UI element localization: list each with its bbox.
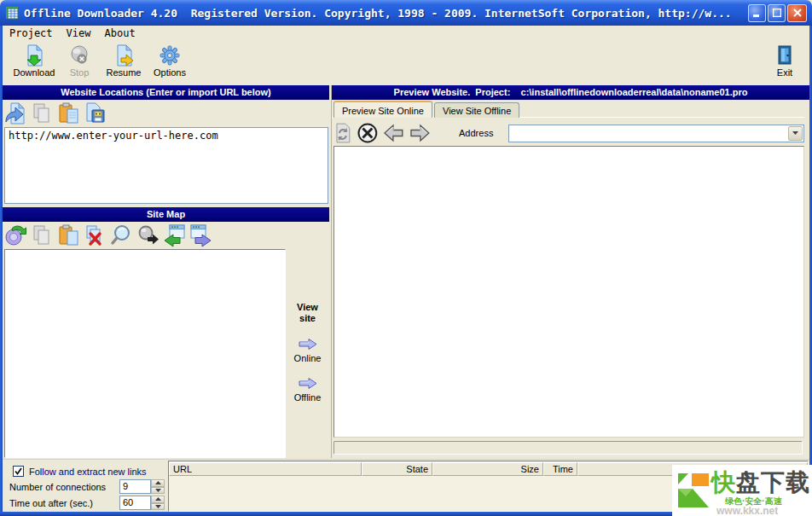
timeout-down-button[interactable] <box>151 503 165 511</box>
zoom-button[interactable] <box>110 223 133 247</box>
resume-icon <box>113 44 135 67</box>
menu-about[interactable]: About <box>97 26 142 40</box>
address-combobox[interactable] <box>508 125 804 142</box>
import-sitemap-button[interactable] <box>163 223 186 247</box>
timeout-up-button[interactable] <box>151 496 165 503</box>
menu-project[interactable]: Project <box>3 26 60 40</box>
view-online-button[interactable] <box>286 338 329 352</box>
view-online-label: Online <box>286 353 329 363</box>
watermark-tagline: 绿色·安全·高速 <box>725 496 782 507</box>
address-dropdown-button[interactable] <box>788 126 803 141</box>
paste-url-button[interactable] <box>57 101 80 125</box>
app-icon <box>6 6 20 20</box>
connections-down-button[interactable] <box>151 487 165 495</box>
arrow-up-icon <box>155 497 161 501</box>
connections-spinner <box>151 479 165 494</box>
arrow-down-icon <box>155 489 161 492</box>
view-online-arrow-icon <box>298 338 318 351</box>
exit-button[interactable]: Exit <box>764 44 805 78</box>
site-map-header: Site Map <box>3 207 329 222</box>
kuaipan-logo-icon <box>677 473 710 508</box>
timeout-spinner <box>151 496 165 510</box>
follow-links-label[interactable]: Follow and extract new links <box>29 467 147 477</box>
minimize-icon <box>753 9 761 17</box>
paste-sitemap-button[interactable] <box>57 223 80 247</box>
resume-button[interactable]: Resume <box>100 44 148 78</box>
download-label: Download <box>14 67 55 78</box>
watermark-brand-rest: 盘下载 <box>736 469 810 496</box>
column-header-size[interactable]: Size <box>432 462 543 476</box>
stop-icon <box>68 44 90 67</box>
view-offline-label: Offline <box>286 392 329 403</box>
options-icon <box>159 44 181 67</box>
download-icon <box>23 44 45 67</box>
menu-view[interactable]: View <box>60 26 98 40</box>
website-locations-header: Website Locations (Enter or import URL b… <box>3 85 329 100</box>
stop-label: Stop <box>70 67 90 78</box>
view-site-panel: View site Online Offline <box>286 249 329 458</box>
build-sitemap-button[interactable] <box>4 223 27 247</box>
panel-splitter[interactable] <box>329 85 332 458</box>
preview-toolbar: Address <box>334 120 804 146</box>
sitemap-list[interactable] <box>4 249 286 458</box>
timeout-input[interactable]: 60 <box>119 496 151 510</box>
follow-links-checkbox[interactable] <box>13 466 24 477</box>
exit-label: Exit <box>777 67 792 78</box>
url-toolbar <box>4 101 328 127</box>
import-url-button[interactable] <box>4 101 27 125</box>
options-label: Options <box>154 67 186 78</box>
main-toolbar: Download Stop Resume Opti <box>3 41 809 84</box>
delete-sitemap-button[interactable] <box>84 223 107 247</box>
titlebar: Offline Downloader 4.20 Registered Versi… <box>0 0 812 26</box>
timeout-label: Time out after (sec.) <box>9 498 93 508</box>
minimize-button[interactable] <box>748 4 766 22</box>
close-button[interactable] <box>787 4 807 22</box>
save-url-button[interactable] <box>84 101 107 125</box>
connections-label: Number of connections <box>9 482 106 492</box>
back-button[interactable] <box>383 123 405 143</box>
window-border-left <box>0 24 3 516</box>
resume-label: Resume <box>107 67 142 78</box>
preview-statusbar <box>334 441 803 455</box>
view-site-title: View site <box>286 249 329 324</box>
address-label: Address <box>459 128 493 138</box>
window-title: Offline Downloader 4.20 Registered Versi… <box>24 7 748 20</box>
arrow-up-icon <box>155 481 161 484</box>
forward-button[interactable] <box>409 123 431 143</box>
find-button[interactable] <box>136 223 160 247</box>
kkx-watermark: 快盘下载 www.kkx.net 绿色·安全·高速 <box>672 465 812 516</box>
refresh-page-button-disabled[interactable] <box>334 122 352 144</box>
view-offline-button[interactable] <box>286 377 329 391</box>
connections-up-button[interactable] <box>151 479 165 487</box>
watermark-brand-first: 快 <box>711 469 736 496</box>
connections-input[interactable]: 9 <box>119 479 151 494</box>
watermark-brand: 快盘下载 <box>711 467 810 499</box>
preview-tabs: Preview Site Online View Site Offline <box>334 101 521 118</box>
column-header-url[interactable]: URL <box>169 462 362 476</box>
download-button[interactable]: Download <box>9 44 59 78</box>
preview-website-header: Preview Website. Project: c:\install\off… <box>332 85 809 100</box>
exit-icon <box>774 44 795 67</box>
stop-button[interactable]: Stop <box>61 44 98 78</box>
maximize-button[interactable] <box>768 4 786 22</box>
url-input[interactable]: http://www.enter-your-url-here.com <box>4 127 328 204</box>
sitemap-toolbar <box>4 223 328 248</box>
check-icon <box>14 467 22 475</box>
preview-viewport <box>334 146 804 438</box>
column-header-state[interactable]: State <box>362 462 432 476</box>
chevron-down-icon <box>792 131 798 135</box>
export-sitemap-button[interactable] <box>189 223 212 247</box>
tab-view-site-offline[interactable]: View Site Offline <box>434 102 519 118</box>
url-text: http://www.enter-your-url-here.com <box>9 130 218 142</box>
maximize-icon <box>773 9 781 17</box>
column-header-time[interactable]: Time <box>543 462 577 476</box>
close-icon <box>793 9 802 17</box>
stop-loading-button[interactable] <box>357 122 379 144</box>
copy-url-button-disabled[interactable] <box>31 101 54 125</box>
view-offline-arrow-icon <box>298 377 318 390</box>
arrow-down-icon <box>155 505 161 508</box>
tab-preview-site-online[interactable]: Preview Site Online <box>334 101 432 118</box>
options-button[interactable]: Options <box>148 44 192 78</box>
menu-bar: Project View About <box>3 26 809 41</box>
copy-sitemap-button-disabled[interactable] <box>31 223 54 247</box>
